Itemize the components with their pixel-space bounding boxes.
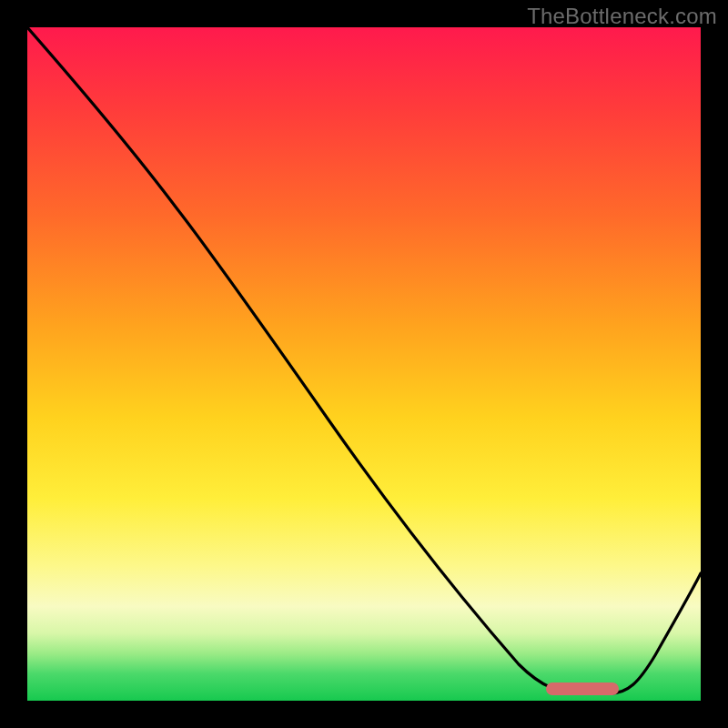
chart-overlay-svg xyxy=(27,27,701,701)
watermark-text: TheBottleneck.com xyxy=(527,4,717,29)
chart-frame: TheBottleneck.com xyxy=(0,0,728,728)
chart-plot-area xyxy=(27,27,701,701)
bottleneck-curve xyxy=(27,27,701,693)
sweet-spot-marker xyxy=(546,682,619,695)
